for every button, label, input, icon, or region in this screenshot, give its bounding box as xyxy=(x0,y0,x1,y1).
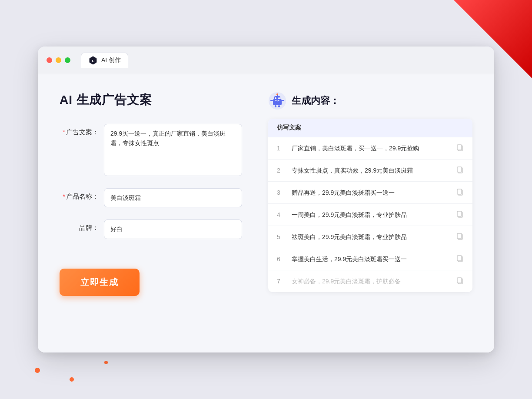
brand-group: 品牌： xyxy=(60,219,242,239)
row-number: 4 xyxy=(277,211,286,218)
row-number: 3 xyxy=(277,189,286,196)
svg-point-5 xyxy=(276,93,278,95)
row-text: 女神必备，29.9元美白淡斑霜，护肤必备 xyxy=(292,277,450,286)
close-button[interactable] xyxy=(47,57,52,63)
row-number: 2 xyxy=(277,167,286,174)
result-header: 生成内容： xyxy=(268,92,472,110)
row-text: 赠品再送，29.9元美白淡斑霜买一送一 xyxy=(292,188,450,197)
svg-rect-25 xyxy=(457,278,462,283)
svg-point-7 xyxy=(278,97,280,99)
svg-rect-10 xyxy=(275,105,276,107)
ad-copy-label: *广告文案： xyxy=(60,124,99,136)
generate-button[interactable]: 立即生成 xyxy=(60,269,140,296)
table-row: 1厂家直销，美白淡斑霜，买一送一，29.9元抢购 xyxy=(268,137,472,159)
copy-icon[interactable] xyxy=(456,188,464,197)
tab-label: AI 创作 xyxy=(101,57,121,64)
svg-rect-8 xyxy=(270,100,273,101)
copy-icon[interactable] xyxy=(456,210,464,219)
svg-rect-17 xyxy=(457,189,462,194)
ai-tab-icon: AI xyxy=(88,56,98,65)
svg-rect-11 xyxy=(278,105,280,107)
copy-icon[interactable] xyxy=(456,254,464,264)
maximize-button[interactable] xyxy=(65,57,70,63)
svg-rect-23 xyxy=(457,256,462,261)
content-area: AI 生成广告文案 *广告文案： *产品名称： 品牌： 立 xyxy=(38,74,494,352)
bg-decoration-dot-3 xyxy=(104,361,108,364)
required-star-ad: * xyxy=(63,128,65,136)
titlebar: AI AI 创作 xyxy=(38,47,494,74)
result-rows-container: 1厂家直销，美白淡斑霜，买一送一，29.9元抢购 2专抹女性斑点，真实功效，29… xyxy=(268,137,472,292)
product-name-input[interactable] xyxy=(104,188,242,207)
window-controls xyxy=(47,57,70,63)
svg-rect-21 xyxy=(457,233,462,239)
row-text: 祛斑美白，29.9元美白淡斑霜，专业护肤品 xyxy=(292,233,450,242)
table-row: 6掌握美白生活，29.9元美白淡斑霜买一送一 xyxy=(268,248,472,270)
copy-icon[interactable] xyxy=(456,143,464,153)
minimize-button[interactable] xyxy=(56,57,61,63)
result-table: 仿写文案 1厂家直销，美白淡斑霜，买一送一，29.9元抢购 2专抹女性斑点，真实… xyxy=(268,119,472,292)
table-row: 7女神必备，29.9元美白淡斑霜，护肤必备 xyxy=(268,270,472,292)
svg-point-6 xyxy=(275,97,276,99)
row-text: 专抹女性斑点，真实功效，29.9元美白淡斑霜 xyxy=(292,166,450,175)
table-row: 5祛斑美白，29.9元美白淡斑霜，专业护肤品 xyxy=(268,226,472,248)
copy-icon[interactable] xyxy=(456,276,464,286)
row-text: 厂家直销，美白淡斑霜，买一送一，29.9元抢购 xyxy=(292,144,450,153)
tab-ai-create[interactable]: AI AI 创作 xyxy=(81,53,128,68)
ad-copy-group: *广告文案： xyxy=(60,124,242,176)
product-name-label: *产品名称： xyxy=(60,188,99,201)
row-text: 一周美白，29.9元美白淡斑霜，专业护肤品 xyxy=(292,210,450,219)
copy-icon[interactable] xyxy=(456,166,464,175)
svg-rect-9 xyxy=(282,100,284,101)
row-number: 6 xyxy=(277,256,286,263)
result-title: 生成内容： xyxy=(292,94,339,107)
brand-label: 品牌： xyxy=(60,219,99,232)
row-text: 掌握美白生活，29.9元美白淡斑霜买一送一 xyxy=(292,255,450,264)
row-number: 5 xyxy=(277,233,286,240)
bg-decoration-dot-1 xyxy=(35,368,40,373)
svg-rect-19 xyxy=(457,211,462,216)
row-number: 7 xyxy=(277,278,286,285)
required-star-product: * xyxy=(63,193,65,200)
table-header: 仿写文案 xyxy=(268,119,472,137)
brand-input[interactable] xyxy=(104,219,242,239)
table-row: 2专抹女性斑点，真实功效，29.9元美白淡斑霜 xyxy=(268,159,472,181)
bg-decoration-dot-2 xyxy=(70,377,74,382)
row-number: 1 xyxy=(277,145,286,152)
ad-copy-input[interactable] xyxy=(104,124,242,176)
right-panel: 生成内容： 仿写文案 1厂家直销，美白淡斑霜，买一送一，29.9元抢购 2专抹女… xyxy=(268,92,472,335)
svg-text:AI: AI xyxy=(92,60,95,63)
svg-rect-13 xyxy=(457,145,462,150)
robot-icon xyxy=(268,92,286,110)
product-name-group: *产品名称： xyxy=(60,188,242,207)
app-window: AI AI 创作 AI 生成广告文案 *广告文案： *产品名称： xyxy=(38,47,494,352)
left-panel: AI 生成广告文案 *广告文案： *产品名称： 品牌： 立 xyxy=(60,92,242,335)
table-row: 3赠品再送，29.9元美白淡斑霜买一送一 xyxy=(268,181,472,203)
page-title: AI 生成广告文案 xyxy=(60,92,242,108)
svg-rect-15 xyxy=(457,167,462,172)
table-row: 4一周美白，29.9元美白淡斑霜，专业护肤品 xyxy=(268,203,472,226)
copy-icon[interactable] xyxy=(456,232,464,242)
